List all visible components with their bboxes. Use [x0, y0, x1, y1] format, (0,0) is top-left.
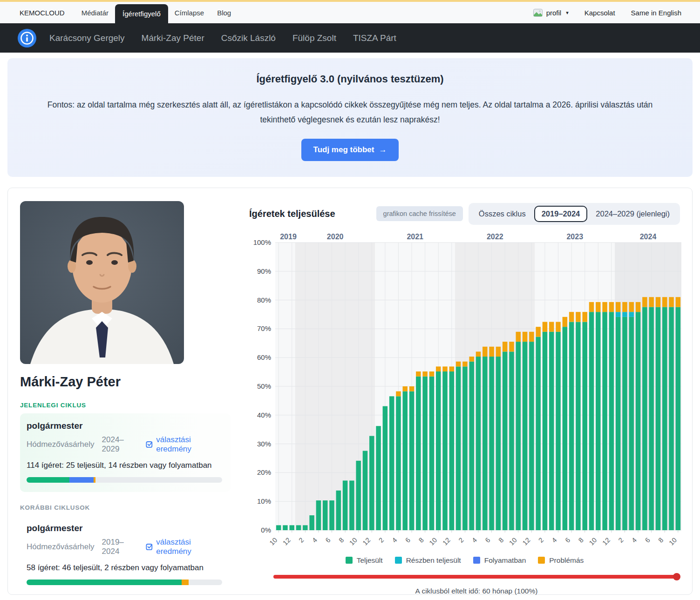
- bar-segment-problémás[interactable]: [642, 297, 647, 307]
- bar-segment-teljesült[interactable]: [403, 391, 408, 530]
- bar-segment-problémás[interactable]: [609, 302, 614, 312]
- bar-segment-teljesült[interactable]: [549, 332, 554, 530]
- bar-segment-teljesült[interactable]: [569, 322, 574, 530]
- bar-segment-problémás[interactable]: [442, 366, 448, 371]
- bar-segment-teljesült[interactable]: [489, 357, 494, 530]
- bar-segment-problémás[interactable]: [636, 302, 641, 312]
- bar-segment-teljesült[interactable]: [296, 525, 301, 530]
- time-slider-thumb[interactable]: [673, 573, 680, 580]
- legend-item-teljesült[interactable]: Teljesült: [346, 556, 383, 565]
- bar-segment-problémás[interactable]: [576, 312, 581, 322]
- bar-segment-problémás[interactable]: [403, 386, 408, 391]
- bar-segment-teljesült[interactable]: [669, 307, 674, 530]
- bar-segment-problémás[interactable]: [536, 327, 541, 337]
- bar-segment-teljesült[interactable]: [483, 357, 488, 530]
- legend-item-problémás[interactable]: Problémás: [538, 556, 584, 565]
- nav-politician-m-rki-zay-p-ter[interactable]: Márki-Zay Péter: [142, 33, 204, 43]
- bar-segment-problémás[interactable]: [396, 391, 401, 396]
- bar-segment-problémás[interactable]: [516, 332, 521, 342]
- bar-segment-teljesült[interactable]: [309, 515, 314, 530]
- bar-segment-problémás[interactable]: [649, 297, 654, 307]
- bar-segment-teljesült[interactable]: [642, 307, 647, 530]
- bar-segment-problémás[interactable]: [596, 302, 601, 312]
- bar-segment-problémás[interactable]: [602, 302, 607, 312]
- tab-összes-ciklus[interactable]: Összes ciklus: [472, 206, 532, 222]
- bar-segment-problémás[interactable]: [449, 366, 455, 371]
- bar-segment-teljesült[interactable]: [336, 491, 341, 530]
- bar-segment-teljesült[interactable]: [609, 312, 614, 530]
- bar-segment-teljesült[interactable]: [436, 371, 441, 530]
- topnav-item-címlapse[interactable]: Címlapse: [168, 2, 211, 23]
- bar-segment-teljesült[interactable]: [283, 525, 288, 530]
- topnav-item-médiatár[interactable]: Médiatár: [75, 2, 115, 23]
- bar-segment-teljesült[interactable]: [356, 461, 361, 530]
- bar-segment-teljesült[interactable]: [383, 406, 388, 530]
- legend-item-folyamatban[interactable]: Folyamatban: [473, 556, 526, 565]
- topnav-same-in-english[interactable]: Same in English: [631, 9, 681, 17]
- bar-segment-teljesült[interactable]: [622, 317, 627, 530]
- brand-kemocloud[interactable]: KEMOCLOUD: [20, 9, 65, 17]
- bar-segment-teljesült[interactable]: [662, 307, 667, 530]
- bar-segment-problémás[interactable]: [622, 302, 627, 312]
- bar-segment-problémás[interactable]: [543, 322, 548, 331]
- bar-segment-teljesült[interactable]: [343, 480, 348, 530]
- bar-segment-problémás[interactable]: [483, 347, 488, 357]
- election-result-link[interactable]: választási eredmény: [146, 435, 222, 454]
- bar-segment-teljesült[interactable]: [543, 332, 548, 530]
- bar-segment-teljesült[interactable]: [602, 312, 607, 530]
- nav-politician-cs-zik-l-szl-[interactable]: Csőzik László: [221, 33, 276, 43]
- bar-segment-problémás[interactable]: [616, 302, 621, 312]
- bar-segment-teljesült[interactable]: [409, 391, 415, 530]
- bar-segment-problémás[interactable]: [629, 302, 634, 312]
- bar-segment-teljesült[interactable]: [316, 500, 321, 530]
- bar-segment-teljesült[interactable]: [656, 307, 661, 530]
- bar-segment-problémás[interactable]: [582, 312, 587, 322]
- nav-politician-tisza-p-rt[interactable]: TISZA Párt: [353, 33, 396, 43]
- bar-segment-teljesült[interactable]: [396, 396, 401, 530]
- refresh-cache-button[interactable]: grafikon cache frissítése: [376, 206, 463, 221]
- bar-segment-problémás[interactable]: [676, 297, 681, 307]
- learn-more-button[interactable]: Tudj meg többet →: [301, 139, 399, 161]
- bar-segment-problémás[interactable]: [462, 361, 468, 366]
- bar-segment-teljesült[interactable]: [649, 307, 654, 530]
- bar-segment-teljesült[interactable]: [636, 312, 641, 530]
- info-icon[interactable]: [18, 29, 36, 47]
- bar-segment-problémás[interactable]: [563, 317, 568, 327]
- bar-segment-problémás[interactable]: [489, 347, 494, 357]
- bar-segment-teljesült[interactable]: [576, 322, 581, 530]
- topnav-item-blog[interactable]: Blog: [211, 2, 238, 23]
- bar-segment-teljesült[interactable]: [376, 426, 381, 530]
- bar-segment-teljesült[interactable]: [303, 525, 308, 530]
- bar-segment-problémás[interactable]: [436, 366, 441, 371]
- bar-segment-teljesült[interactable]: [329, 500, 334, 530]
- bar-segment-problémás[interactable]: [409, 386, 415, 391]
- bar-segment-teljesült[interactable]: [563, 327, 568, 530]
- bar-segment-teljesült[interactable]: [276, 525, 281, 530]
- bar-segment-teljesült[interactable]: [516, 342, 521, 530]
- bar-segment-teljesült[interactable]: [442, 371, 448, 530]
- bar-segment-teljesült[interactable]: [509, 351, 514, 530]
- bar-segment-teljesült[interactable]: [462, 366, 468, 530]
- bar-segment-problémás[interactable]: [476, 351, 481, 357]
- bar-segment-teljesült[interactable]: [596, 312, 601, 530]
- time-slider[interactable]: [273, 573, 680, 580]
- bar-segment-teljesült[interactable]: [676, 307, 681, 530]
- bar-segment-teljesült[interactable]: [449, 371, 455, 530]
- bar-segment-teljesült[interactable]: [349, 480, 354, 530]
- topnav-profil[interactable]: profil▾: [533, 9, 569, 17]
- bar-segment-teljesült[interactable]: [289, 525, 294, 530]
- bar-segment-teljesült[interactable]: [523, 342, 528, 530]
- bar-segment-teljesült[interactable]: [503, 351, 508, 530]
- tab-2024-2029-jelenlegi-[interactable]: 2024–2029 (jelenlegi): [589, 206, 676, 222]
- bar-segment-problémás[interactable]: [429, 371, 435, 377]
- election-result-link[interactable]: választási eredmény: [146, 538, 222, 556]
- bar-segment-problémás[interactable]: [662, 297, 667, 307]
- bar-segment-problémás[interactable]: [529, 332, 534, 342]
- bar-segment-teljesült[interactable]: [416, 376, 421, 530]
- bar-segment-problémás[interactable]: [523, 332, 528, 342]
- bar-segment-problémás[interactable]: [656, 297, 661, 307]
- bar-segment-teljesült[interactable]: [582, 322, 587, 530]
- bar-segment-problémás[interactable]: [496, 347, 501, 357]
- bar-segment-teljesült[interactable]: [616, 317, 621, 530]
- bar-segment-teljesült[interactable]: [363, 451, 368, 530]
